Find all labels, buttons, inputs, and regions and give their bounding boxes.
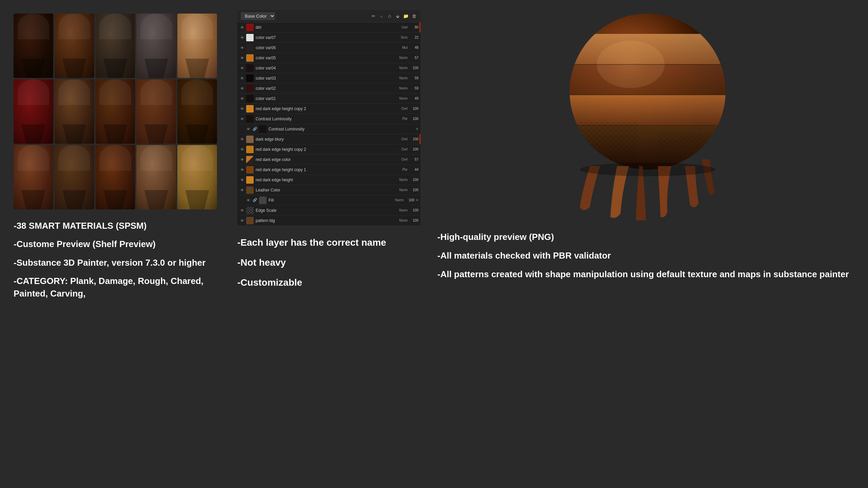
name-fill: Fill bbox=[269, 198, 395, 203]
stamp-icon[interactable]: ⬦ bbox=[378, 13, 384, 19]
opacity-fill: 100 bbox=[405, 198, 414, 202]
layer-row-rdehc1[interactable]: 👁 red dark edge height copy 1 Pbr 44 bbox=[237, 165, 420, 175]
layer-row-fill[interactable]: 👁 🔗 Fill Norm 100 ✕ bbox=[237, 195, 420, 205]
visibility-rdehc1[interactable]: 👁 bbox=[239, 167, 245, 172]
thumb-colorvar05 bbox=[246, 54, 254, 62]
visibility-rdehc2[interactable]: 👁 bbox=[239, 106, 245, 111]
layer-row-leather-color[interactable]: 👁 Leather Color Norm 100 bbox=[237, 185, 420, 195]
layer-row-red-dark-height-copy2[interactable]: 👁 red dark edge height copy 2 Ovrl 100 bbox=[237, 104, 420, 114]
left-line1: -38 SMART MATERIALS (SPSM) bbox=[14, 220, 217, 232]
layer-row-colorvar05[interactable]: 👁 color var05 Norm 57 bbox=[237, 53, 420, 63]
material-swatch-14[interactable] bbox=[136, 145, 176, 209]
opacity-colorvar01: 49 bbox=[409, 97, 418, 100]
opacity-colorvar05: 57 bbox=[409, 56, 418, 60]
material-swatch-8[interactable] bbox=[96, 79, 135, 144]
lock-cls: ✕ bbox=[416, 127, 418, 131]
material-swatch-10[interactable] bbox=[177, 79, 217, 144]
thumb-rdeh bbox=[246, 176, 254, 184]
visibility-colorvar06[interactable]: 👁 bbox=[239, 45, 245, 50]
material-swatch-15[interactable] bbox=[177, 145, 217, 209]
visibility-cls[interactable]: 👁 bbox=[245, 126, 251, 132]
material-swatch-3[interactable] bbox=[96, 14, 135, 78]
layer-row-contrast-lum[interactable]: 👁 Contrast Luminosity Pbr 100 bbox=[237, 114, 420, 124]
material-swatch-5[interactable] bbox=[177, 14, 217, 78]
layer-row-rdeh[interactable]: 👁 red dark edge height Norm 100 bbox=[237, 175, 420, 185]
visibility-rdeh[interactable]: 👁 bbox=[239, 177, 245, 183]
layer-row-rde-color[interactable]: 👁 red dark edge color Ovrl 57 bbox=[237, 155, 420, 165]
visibility-colorvar02[interactable]: 👁 bbox=[239, 86, 245, 91]
right-line1: -High-quality preview (PNG) bbox=[437, 230, 858, 244]
layer-row-colorvar01[interactable]: 👁 color var01 Norm 49 bbox=[237, 94, 420, 104]
thumb-cl bbox=[246, 115, 254, 123]
layer-row-pattern-big[interactable]: 👁 pattern big Norm 100 bbox=[237, 216, 420, 226]
blend-colorvar04: Norm bbox=[399, 66, 408, 70]
material-swatch-11[interactable] bbox=[14, 145, 53, 209]
layer-row-contrast-lum-sub[interactable]: 👁 🔗 Contrast Luminosity ✕ bbox=[237, 124, 420, 134]
layer-row-dirt[interactable]: 👁 dirt Uvrl 80 bbox=[237, 22, 420, 33]
name-colorvar01: color var01 bbox=[256, 96, 399, 101]
visibility-pb[interactable]: 👁 bbox=[239, 218, 245, 223]
material-swatch-9[interactable] bbox=[136, 79, 176, 144]
visibility-colorvar04[interactable]: 👁 bbox=[239, 65, 245, 71]
name-dirt: dirt bbox=[256, 25, 401, 30]
visibility-cl[interactable]: 👁 bbox=[239, 116, 245, 122]
layer-panel-header: Base Color ✏ ⬦ ◇ ⬙ 📁 🗑 bbox=[237, 10, 420, 22]
header-left: Base Color bbox=[241, 12, 275, 20]
blend-fill: Norm bbox=[395, 198, 403, 202]
layer-row-rdehc2b[interactable]: 👁 red dark edge height copy 2 Ovrl 100 bbox=[237, 144, 420, 155]
opacity-deb: 100 bbox=[409, 137, 418, 141]
folder-icon[interactable]: 📁 bbox=[403, 13, 409, 19]
blend-rdehc2: Ovrl bbox=[401, 107, 408, 110]
layer-row-colorvar04[interactable]: 👁 color var04 Norm 100 bbox=[237, 63, 420, 73]
name-cl: Contrast Luminosity bbox=[256, 117, 402, 121]
name-colorvar03: color var03 bbox=[256, 76, 399, 81]
name-rdehc1: red dark edge height copy 1 bbox=[256, 167, 402, 172]
material-swatch-4[interactable] bbox=[136, 14, 176, 78]
visibility-fill[interactable]: 👁 bbox=[245, 198, 251, 203]
opacity-colorvar06: 48 bbox=[409, 46, 418, 49]
eraser-icon[interactable]: ◇ bbox=[387, 13, 393, 19]
visibility-dirt[interactable]: 👁 bbox=[239, 25, 245, 30]
material-swatch-2[interactable] bbox=[55, 14, 94, 78]
layer-row-colorvar06[interactable]: 👁 color var06 Mul 48 bbox=[237, 43, 420, 53]
blend-lc: Norm bbox=[399, 188, 408, 192]
visibility-colorvar05[interactable]: 👁 bbox=[239, 55, 245, 61]
visibility-colorvar07[interactable]: 👁 bbox=[239, 35, 245, 40]
thumb-dirt bbox=[246, 24, 254, 31]
layer-row-colorvar07[interactable]: 👁 color var07 Scm 22 bbox=[237, 33, 420, 43]
visibility-colorvar01[interactable]: 👁 bbox=[239, 96, 245, 101]
trash-icon[interactable]: 🗑 bbox=[411, 13, 417, 19]
blend-rdeh: Norm bbox=[399, 178, 408, 182]
brush-icon[interactable]: ✏ bbox=[370, 13, 376, 19]
blend-colorvar07: Scm bbox=[401, 36, 408, 39]
red-bar-dirt bbox=[419, 22, 420, 32]
layer-row-colorvar02[interactable]: 👁 color var02 Norm 59 bbox=[237, 83, 420, 94]
thumb-colorvar04 bbox=[246, 64, 254, 72]
thumb-cls bbox=[259, 125, 267, 133]
material-swatch-13[interactable] bbox=[96, 145, 135, 209]
layer-row-dark-edge-blury[interactable]: 👁 dark edge blury Ovrl 100 bbox=[237, 134, 420, 144]
layer-row-colorvar03[interactable]: 👁 color var03 Norm 59 bbox=[237, 73, 420, 83]
thumb-pb bbox=[246, 217, 254, 224]
name-pb: pattern big bbox=[256, 218, 399, 223]
thumb-colorvar02 bbox=[246, 85, 254, 92]
visibility-lc[interactable]: 👁 bbox=[239, 187, 245, 193]
material-swatch-7[interactable] bbox=[55, 79, 94, 144]
fill-icon[interactable]: ⬙ bbox=[395, 13, 401, 19]
base-color-dropdown[interactable]: Base Color bbox=[241, 12, 275, 20]
thumb-es bbox=[246, 207, 254, 214]
material-swatch-6[interactable] bbox=[14, 79, 53, 144]
visibility-deb[interactable]: 👁 bbox=[239, 137, 245, 142]
blend-colorvar02: Norm bbox=[399, 86, 408, 90]
material-swatch-1[interactable] bbox=[14, 14, 53, 78]
visibility-rdec[interactable]: 👁 bbox=[239, 157, 245, 162]
material-swatch-12[interactable] bbox=[55, 145, 94, 209]
thumb-fill bbox=[259, 197, 267, 204]
visibility-rdehc2b[interactable]: 👁 bbox=[239, 147, 245, 152]
layer-row-edge-scale[interactable]: 👁 Edge Scale Norm 100 bbox=[237, 205, 420, 216]
visibility-es[interactable]: 👁 bbox=[239, 208, 245, 213]
close-fill[interactable]: ✕ bbox=[416, 198, 418, 202]
thumb-rdec bbox=[246, 156, 254, 163]
thumb-rdehc2b bbox=[246, 146, 254, 153]
visibility-colorvar03[interactable]: 👁 bbox=[239, 76, 245, 81]
